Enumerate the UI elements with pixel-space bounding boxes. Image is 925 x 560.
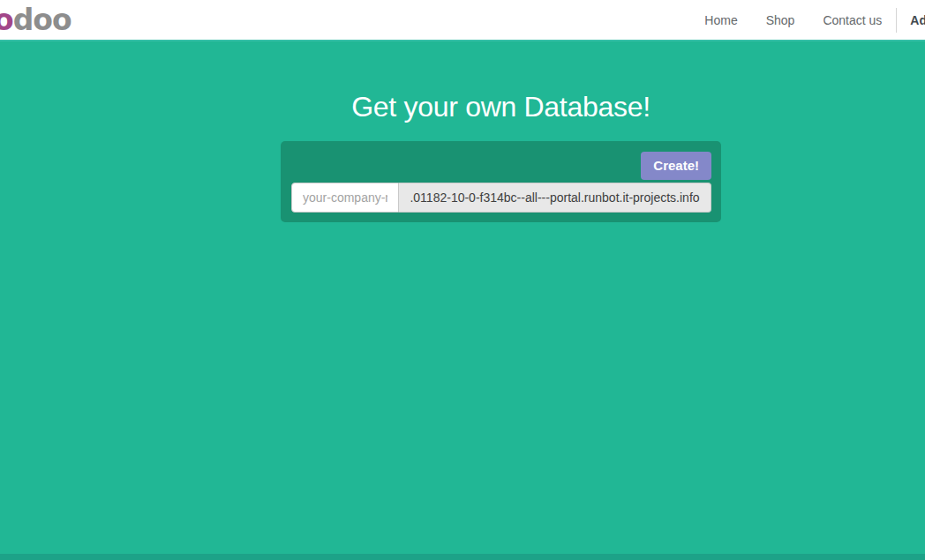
nav-item-home[interactable]: Home (704, 13, 737, 27)
main-nav: Home Shop Contact us Ad (676, 0, 925, 40)
domain-suffix-addon: .01182-10-0-f314bc--all---portal.runbot.… (399, 183, 711, 213)
odoo-logo-first-letter: o (0, 3, 13, 37)
footer-strip (0, 554, 925, 560)
database-name-input[interactable] (291, 183, 399, 213)
database-name-input-group: .01182-10-0-f314bc--all---portal.runbot.… (291, 183, 711, 213)
panel-button-row: Create! (291, 152, 711, 180)
odoo-logo[interactable]: odoo (0, 0, 71, 40)
create-button[interactable]: Create! (641, 152, 711, 180)
main-content: Get your own Database! Create! .01182-10… (0, 91, 925, 560)
header: odoo Home Shop Contact us Ad (0, 0, 925, 41)
nav-item-contact-us[interactable]: Contact us (823, 13, 882, 27)
page: odoo Home Shop Contact us Ad Get your ow… (0, 0, 925, 560)
nav-item-shop[interactable]: Shop (766, 13, 795, 27)
page-title: Get your own Database! (281, 91, 721, 123)
database-form-panel: Create! .01182-10-0-f314bc--all---portal… (281, 141, 721, 222)
odoo-logo-rest: doo (13, 3, 71, 37)
content-column: Get your own Database! Create! .01182-10… (281, 91, 721, 222)
nav-divider (896, 8, 897, 33)
nav-item-user-menu[interactable]: Ad (910, 13, 925, 27)
